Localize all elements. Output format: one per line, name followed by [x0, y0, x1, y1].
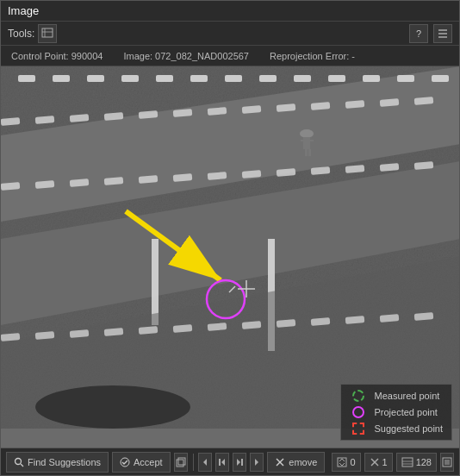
svg-rect-68	[301, 140, 305, 141]
svg-rect-71	[308, 149, 311, 156]
control-point-label: Control Point: 990004	[11, 51, 103, 61]
find-suggestions-button[interactable]: Find Suggestions	[6, 452, 109, 473]
reprojection-label: Reprojection Error: -	[270, 51, 355, 61]
accept-button[interactable]: Accept	[112, 452, 171, 473]
svg-rect-70	[305, 149, 308, 156]
svg-rect-94	[402, 458, 413, 467]
copy-icon	[176, 457, 186, 467]
svg-rect-20	[363, 75, 380, 82]
svg-marker-88	[255, 459, 258, 466]
projected-label: Projected point	[374, 407, 437, 417]
expand-icon	[337, 457, 347, 467]
svg-point-80	[121, 458, 129, 467]
list-end-icon	[442, 457, 452, 467]
checkmark-icon	[120, 457, 130, 467]
svg-point-78	[16, 458, 22, 464]
legend-suggested: Suggested point	[350, 423, 443, 435]
svg-rect-22	[432, 75, 449, 82]
svg-marker-83	[203, 459, 207, 466]
help-button[interactable]: ?	[409, 24, 428, 43]
zoom-icon	[370, 457, 380, 467]
svg-rect-15	[190, 75, 208, 82]
count-badge-1: 1	[364, 453, 393, 472]
layers-icon	[401, 457, 413, 467]
measured-icon	[350, 390, 367, 402]
nav-next-button[interactable]	[250, 453, 264, 472]
window-title: Image	[8, 4, 39, 17]
select-tool-button[interactable]	[38, 24, 57, 43]
title-bar: Image	[1, 1, 459, 22]
svg-rect-49	[152, 239, 159, 325]
image-label: Image: 072_082_NAD002567	[123, 51, 249, 61]
svg-rect-13	[121, 75, 139, 82]
projected-icon	[350, 406, 367, 418]
svg-rect-11	[53, 75, 70, 82]
svg-rect-16	[225, 75, 242, 82]
svg-point-66	[300, 129, 314, 138]
search-icon	[14, 457, 24, 467]
aerial-view-svg	[1, 66, 459, 429]
remove-button[interactable]: emove	[267, 452, 325, 473]
toolbar-right: ?	[409, 24, 452, 43]
separator-1	[193, 454, 194, 471]
svg-rect-10	[18, 75, 35, 82]
svg-marker-85	[221, 459, 225, 466]
svg-rect-12	[87, 75, 104, 82]
nav-step-next-button[interactable]	[233, 453, 246, 472]
svg-point-65	[35, 385, 190, 429]
svg-rect-81	[177, 460, 183, 467]
tool-icons	[38, 24, 406, 43]
svg-marker-87	[237, 459, 240, 466]
copy-button[interactable]	[174, 453, 188, 472]
bottom-toolbar: Find Suggestions Accept	[1, 448, 459, 475]
image-area[interactable]: Measured point Projected point Suggested…	[1, 66, 459, 448]
svg-rect-69	[309, 140, 314, 141]
svg-rect-14	[156, 75, 173, 82]
svg-rect-19	[328, 75, 345, 82]
image-window: Image Tools: ?	[0, 0, 460, 476]
svg-rect-21	[397, 75, 414, 82]
suggested-label: Suggested point	[374, 423, 443, 434]
svg-line-79	[21, 464, 23, 467]
tools-label: Tools:	[8, 28, 34, 40]
chevron-right-icon	[252, 458, 261, 467]
legend-projected: Projected point	[350, 406, 443, 418]
measured-label: Measured point	[374, 391, 439, 401]
toolbar: Tools: ?	[1, 22, 459, 46]
settings-button[interactable]	[440, 453, 454, 472]
svg-rect-86	[241, 459, 243, 466]
legend: Measured point Projected point Suggested…	[340, 384, 452, 441]
svg-rect-67	[303, 137, 310, 149]
svg-rect-18	[294, 75, 311, 82]
step-left-icon	[218, 458, 227, 467]
svg-rect-82	[178, 458, 185, 465]
svg-rect-17	[259, 75, 277, 82]
info-bar: Control Point: 990004 Image: 072_082_NAD…	[1, 46, 459, 66]
nav-step-prev-button[interactable]	[215, 453, 229, 472]
count-badge-2: 128	[396, 453, 437, 472]
remove-icon	[275, 457, 285, 467]
count-badge-0: 0	[332, 453, 360, 472]
list-button[interactable]	[433, 24, 452, 43]
legend-measured: Measured point	[350, 390, 443, 402]
chevron-left-icon	[201, 458, 209, 467]
svg-rect-0	[42, 28, 53, 37]
suggested-icon	[350, 423, 367, 435]
nav-prev-button[interactable]	[198, 453, 212, 472]
step-right-icon	[235, 458, 244, 467]
svg-rect-84	[219, 459, 221, 466]
